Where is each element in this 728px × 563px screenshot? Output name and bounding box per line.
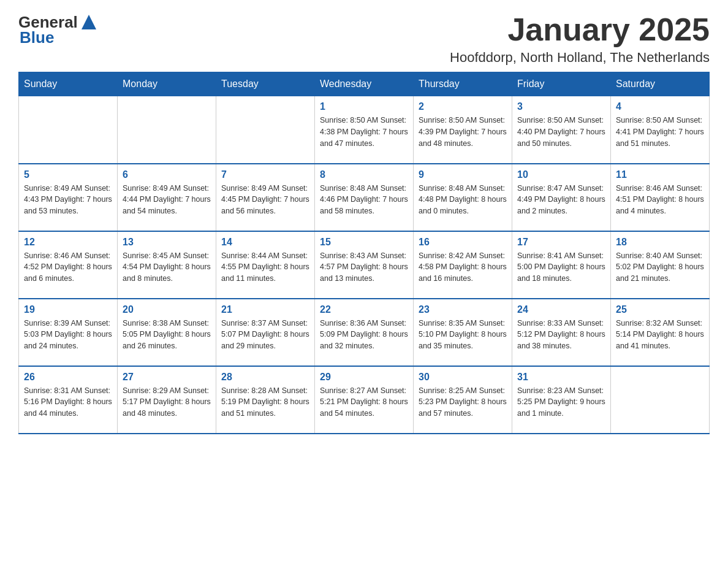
day-info: Sunrise: 8:45 AM Sunset: 4:54 PM Dayligh… [123, 250, 211, 285]
header-friday: Friday [512, 72, 611, 96]
day-info: Sunrise: 8:40 AM Sunset: 5:02 PM Dayligh… [616, 250, 704, 285]
day-number: 16 [419, 237, 507, 248]
day-number: 19 [24, 304, 112, 315]
day-number: 22 [320, 304, 408, 315]
day-number: 14 [221, 237, 309, 248]
day-info: Sunrise: 8:48 AM Sunset: 4:48 PM Dayligh… [419, 183, 507, 217]
day-number: 4 [616, 101, 704, 112]
calendar-cell: 11Sunrise: 8:46 AM Sunset: 4:51 PM Dayli… [611, 164, 710, 231]
calendar-cell: 31Sunrise: 8:23 AM Sunset: 5:25 PM Dayli… [512, 366, 611, 434]
calendar-cell: 13Sunrise: 8:45 AM Sunset: 4:54 PM Dayli… [118, 231, 216, 299]
day-info: Sunrise: 8:50 AM Sunset: 4:41 PM Dayligh… [616, 115, 704, 149]
calendar-cell: 12Sunrise: 8:46 AM Sunset: 4:52 PM Dayli… [19, 231, 118, 299]
calendar-cell: 3Sunrise: 8:50 AM Sunset: 4:40 PM Daylig… [512, 96, 611, 164]
day-number: 5 [24, 169, 112, 180]
day-info: Sunrise: 8:28 AM Sunset: 5:19 PM Dayligh… [221, 385, 309, 419]
calendar-week-row: 19Sunrise: 8:39 AM Sunset: 5:03 PM Dayli… [19, 299, 710, 366]
day-info: Sunrise: 8:50 AM Sunset: 4:38 PM Dayligh… [320, 115, 408, 149]
calendar-cell: 10Sunrise: 8:47 AM Sunset: 4:49 PM Dayli… [512, 164, 611, 231]
calendar-cell: 19Sunrise: 8:39 AM Sunset: 5:03 PM Dayli… [19, 299, 118, 366]
calendar-week-row: 26Sunrise: 8:31 AM Sunset: 5:16 PM Dayli… [19, 366, 710, 434]
day-number: 23 [419, 304, 507, 315]
logo-blue-text: Blue [20, 28, 54, 47]
day-info: Sunrise: 8:49 AM Sunset: 4:45 PM Dayligh… [221, 183, 309, 217]
month-title: January 2025 [450, 12, 710, 47]
calendar-cell [19, 96, 118, 164]
header-saturday: Saturday [611, 72, 710, 96]
day-info: Sunrise: 8:31 AM Sunset: 5:16 PM Dayligh… [24, 385, 112, 419]
day-number: 6 [123, 169, 211, 180]
day-info: Sunrise: 8:29 AM Sunset: 5:17 PM Dayligh… [123, 385, 211, 419]
calendar-body: 1Sunrise: 8:50 AM Sunset: 4:38 PM Daylig… [19, 96, 710, 434]
calendar-cell: 15Sunrise: 8:43 AM Sunset: 4:57 PM Dayli… [315, 231, 414, 299]
day-info: Sunrise: 8:47 AM Sunset: 4:49 PM Dayligh… [517, 183, 605, 217]
header-sunday: Sunday [19, 72, 118, 96]
day-number: 3 [517, 101, 605, 112]
day-info: Sunrise: 8:27 AM Sunset: 5:21 PM Dayligh… [320, 385, 408, 419]
day-number: 7 [221, 169, 309, 180]
calendar-cell: 26Sunrise: 8:31 AM Sunset: 5:16 PM Dayli… [19, 366, 118, 434]
calendar-cell: 27Sunrise: 8:29 AM Sunset: 5:17 PM Dayli… [118, 366, 216, 434]
calendar-cell: 14Sunrise: 8:44 AM Sunset: 4:55 PM Dayli… [216, 231, 315, 299]
day-number: 18 [616, 237, 704, 248]
logo-triangle-icon [79, 12, 99, 32]
day-info: Sunrise: 8:35 AM Sunset: 5:10 PM Dayligh… [419, 318, 507, 352]
day-number: 12 [24, 237, 112, 248]
calendar-cell: 6Sunrise: 8:49 AM Sunset: 4:44 PM Daylig… [118, 164, 216, 231]
logo: General Blue [18, 12, 100, 47]
day-info: Sunrise: 8:49 AM Sunset: 4:44 PM Dayligh… [123, 183, 211, 217]
day-info: Sunrise: 8:37 AM Sunset: 5:07 PM Dayligh… [221, 318, 309, 352]
day-number: 1 [320, 101, 408, 112]
day-number: 13 [123, 237, 211, 248]
day-info: Sunrise: 8:36 AM Sunset: 5:09 PM Dayligh… [320, 318, 408, 352]
header-monday: Monday [118, 72, 216, 96]
day-number: 2 [419, 101, 507, 112]
calendar-cell: 18Sunrise: 8:40 AM Sunset: 5:02 PM Dayli… [611, 231, 710, 299]
calendar-cell: 17Sunrise: 8:41 AM Sunset: 5:00 PM Dayli… [512, 231, 611, 299]
header-wednesday: Wednesday [315, 72, 414, 96]
location-title: Hoofddorp, North Holland, The Netherland… [450, 50, 710, 66]
calendar-cell [216, 96, 315, 164]
calendar-cell: 30Sunrise: 8:25 AM Sunset: 5:23 PM Dayli… [414, 366, 512, 434]
calendar-week-row: 1Sunrise: 8:50 AM Sunset: 4:38 PM Daylig… [19, 96, 710, 164]
day-number: 29 [320, 372, 408, 383]
calendar-cell: 29Sunrise: 8:27 AM Sunset: 5:21 PM Dayli… [315, 366, 414, 434]
day-number: 21 [221, 304, 309, 315]
day-info: Sunrise: 8:46 AM Sunset: 4:52 PM Dayligh… [24, 250, 112, 285]
day-info: Sunrise: 8:46 AM Sunset: 4:51 PM Dayligh… [616, 183, 704, 217]
svg-marker-0 [82, 15, 96, 29]
calendar-cell: 9Sunrise: 8:48 AM Sunset: 4:48 PM Daylig… [414, 164, 512, 231]
calendar-cell: 24Sunrise: 8:33 AM Sunset: 5:12 PM Dayli… [512, 299, 611, 366]
title-section: January 2025 Hoofddorp, North Holland, T… [450, 12, 710, 66]
day-info: Sunrise: 8:23 AM Sunset: 5:25 PM Dayligh… [517, 385, 605, 419]
calendar-cell [611, 366, 710, 434]
day-number: 15 [320, 237, 408, 248]
calendar-cell: 4Sunrise: 8:50 AM Sunset: 4:41 PM Daylig… [611, 96, 710, 164]
day-number: 11 [616, 169, 704, 180]
day-number: 25 [616, 304, 704, 315]
header-thursday: Thursday [414, 72, 512, 96]
day-info: Sunrise: 8:41 AM Sunset: 5:00 PM Dayligh… [517, 250, 605, 285]
calendar-cell: 21Sunrise: 8:37 AM Sunset: 5:07 PM Dayli… [216, 299, 315, 366]
day-number: 10 [517, 169, 605, 180]
page-header: General Blue January 2025 Hoofddorp, Nor… [18, 12, 710, 66]
day-number: 20 [123, 304, 211, 315]
day-info: Sunrise: 8:50 AM Sunset: 4:39 PM Dayligh… [419, 115, 507, 149]
calendar-cell: 7Sunrise: 8:49 AM Sunset: 4:45 PM Daylig… [216, 164, 315, 231]
day-number: 27 [123, 372, 211, 383]
day-info: Sunrise: 8:33 AM Sunset: 5:12 PM Dayligh… [517, 318, 605, 352]
day-number: 26 [24, 372, 112, 383]
calendar-week-row: 12Sunrise: 8:46 AM Sunset: 4:52 PM Dayli… [19, 231, 710, 299]
day-info: Sunrise: 8:32 AM Sunset: 5:14 PM Dayligh… [616, 318, 704, 352]
calendar-cell: 28Sunrise: 8:28 AM Sunset: 5:19 PM Dayli… [216, 366, 315, 434]
day-number: 30 [419, 372, 507, 383]
day-number: 9 [419, 169, 507, 180]
calendar-week-row: 5Sunrise: 8:49 AM Sunset: 4:43 PM Daylig… [19, 164, 710, 231]
day-info: Sunrise: 8:39 AM Sunset: 5:03 PM Dayligh… [24, 318, 112, 352]
calendar-cell: 2Sunrise: 8:50 AM Sunset: 4:39 PM Daylig… [414, 96, 512, 164]
calendar-cell: 25Sunrise: 8:32 AM Sunset: 5:14 PM Dayli… [611, 299, 710, 366]
day-info: Sunrise: 8:44 AM Sunset: 4:55 PM Dayligh… [221, 250, 309, 285]
day-number: 24 [517, 304, 605, 315]
day-info: Sunrise: 8:38 AM Sunset: 5:05 PM Dayligh… [123, 318, 211, 352]
calendar-cell: 16Sunrise: 8:42 AM Sunset: 4:58 PM Dayli… [414, 231, 512, 299]
